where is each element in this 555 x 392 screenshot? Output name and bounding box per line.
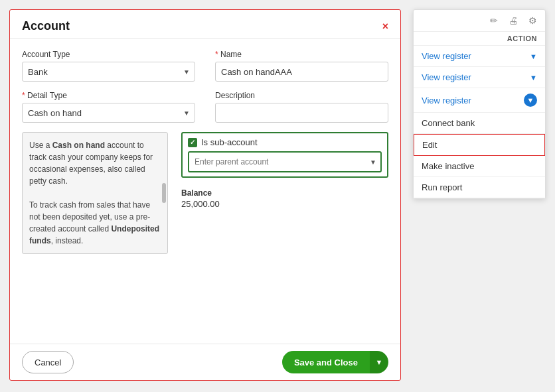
action-item-label-1: View register (422, 51, 471, 61)
action-item-view-register-1[interactable]: View register ▼ (414, 46, 545, 67)
action-panel: ✏ 🖨 ⚙ ACTION View register ▼ View regist… (413, 9, 546, 199)
account-type-select-wrapper: Bank (22, 62, 195, 82)
description-label: Description (215, 91, 388, 100)
dropdown-item-connect-bank[interactable]: Connect bank (414, 113, 545, 134)
save-close-button[interactable]: Save and Close (282, 351, 370, 373)
save-close-group: Save and Close ▼ (282, 351, 388, 373)
action-panel-icons: ✏ 🖨 ⚙ (414, 10, 545, 32)
info-text-area: Use a Cash on hand account to track cash… (22, 132, 168, 254)
dialog-footer: Cancel Save and Close ▼ (10, 344, 400, 380)
detail-type-label: * Detail Type (22, 91, 195, 100)
lower-section: Use a Cash on hand account to track cash… (22, 132, 388, 254)
detail-required-star: * (22, 91, 25, 100)
dialog-header: Account × (10, 10, 400, 39)
account-type-select[interactable]: Bank (22, 62, 195, 82)
detail-type-select[interactable]: Cash on hand (22, 103, 195, 123)
parent-account-input[interactable] (189, 153, 380, 171)
gear-icon[interactable]: ⚙ (528, 15, 537, 26)
info-text-content: Use a Cash on hand account to track cash… (29, 139, 161, 247)
right-form: Is sub-account ▼ Balance 25,000.00 (181, 132, 388, 254)
print-icon[interactable]: 🖨 (509, 15, 518, 26)
dropdown-item-make-inactive[interactable]: Make inactive (414, 156, 545, 177)
cancel-button[interactable]: Cancel (22, 351, 74, 373)
close-button[interactable]: × (382, 21, 388, 33)
account-type-label: Account Type (22, 50, 195, 59)
balance-section: Balance 25,000.00 (181, 188, 388, 209)
form-row-detail-description: * Detail Type Cash on hand Description (22, 91, 388, 123)
description-group: Description (215, 91, 388, 123)
action-title: ACTION (414, 32, 545, 46)
sub-account-row: Is sub-account (188, 137, 382, 147)
save-close-dropdown-button[interactable]: ▼ (370, 351, 388, 373)
account-type-group: Account Type Bank (22, 50, 195, 82)
dropdown-item-edit[interactable]: Edit (414, 134, 545, 156)
balance-label: Balance (181, 188, 388, 198)
form-row-account-name: Account Type Bank * Name (22, 50, 388, 82)
action-item-label-2: View register (422, 72, 471, 82)
balance-value: 25,000.00 (181, 199, 388, 209)
detail-type-select-wrapper: Cash on hand (22, 103, 195, 123)
action-item-view-register-2[interactable]: View register ▼ (414, 67, 545, 88)
sub-account-box: Is sub-account ▼ (181, 132, 388, 178)
sub-account-checkbox[interactable] (188, 138, 197, 147)
dialog-body: Account Type Bank * Name (10, 39, 400, 344)
action-item-label-3: View register (422, 96, 471, 105)
dialog-title: Account (22, 19, 70, 33)
sub-account-label: Is sub-account (201, 137, 258, 147)
name-label: * Name (215, 50, 388, 59)
detail-type-group: * Detail Type Cash on hand (22, 91, 195, 123)
parent-account-wrapper: ▼ (188, 151, 382, 172)
dropdown-item-run-report[interactable]: Run report (414, 177, 545, 198)
name-required-star: * (215, 50, 218, 59)
action-dropdown-arrow-1: ▼ (530, 52, 537, 60)
dropdown-menu: Connect bank Edit Make inactive Run repo… (414, 113, 545, 198)
name-input[interactable] (215, 62, 388, 82)
action-dropdown-arrow-circle-3: ▼ (524, 94, 537, 107)
name-group: * Name (215, 50, 388, 82)
scrollbar-thumb (162, 183, 166, 203)
description-input[interactable] (215, 103, 388, 123)
parent-account-dropdown-icon: ▼ (370, 159, 376, 166)
account-dialog: Account × Account Type Bank * Name (9, 9, 401, 381)
action-dropdown-arrow-2: ▼ (530, 74, 537, 82)
edit-icon[interactable]: ✏ (490, 15, 498, 26)
action-item-view-register-3[interactable]: View register ▼ (414, 88, 545, 113)
